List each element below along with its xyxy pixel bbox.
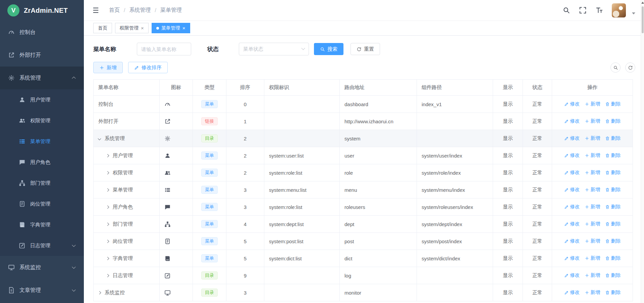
edit-link[interactable]: 修改 — [564, 186, 580, 193]
breadcrumb-item[interactable]: 首页 — [109, 7, 120, 14]
pencil-icon — [564, 187, 569, 192]
sort-value: 3 — [226, 199, 264, 216]
pencil-icon — [564, 205, 569, 209]
sidebar-item-label: 字典管理 — [30, 222, 50, 228]
edit-link[interactable]: 修改 — [564, 255, 580, 261]
close-icon[interactable]: × — [141, 26, 144, 31]
edit-link[interactable]: 修改 — [564, 118, 580, 124]
add-link[interactable]: 新增 — [585, 169, 600, 176]
edit-link[interactable]: 修改 — [564, 152, 580, 159]
add-button[interactable]: 新增 — [93, 62, 123, 73]
edit-link[interactable]: 修改 — [564, 221, 580, 227]
perm-value — [264, 284, 340, 301]
delete-link[interactable]: 删除 — [605, 289, 621, 296]
sidebar-menu: 控制台 外部打开 系统管理 用户管理 权限管理 菜单管理 用户角色 部门管理 岗… — [0, 21, 84, 302]
edit-link[interactable]: 修改 — [564, 135, 580, 141]
perm-value: system:menu:list — [264, 181, 340, 199]
delete-link[interactable]: 删除 — [605, 186, 621, 193]
sidebar-item[interactable]: 外部打开 — [0, 44, 84, 67]
sidebar-item-label: 控制台 — [19, 29, 36, 36]
breadcrumb-item[interactable]: 菜单管理 — [160, 7, 182, 14]
add-link[interactable]: 新增 — [585, 204, 600, 210]
delete-link[interactable]: 删除 — [605, 255, 621, 261]
sidebar-item[interactable]: 岗位管理 — [0, 193, 84, 214]
tab-1[interactable]: 权限管理× — [115, 23, 149, 33]
menu-name: 控制台 — [98, 101, 113, 107]
gauge-icon — [164, 101, 171, 107]
edit-link[interactable]: 修改 — [564, 238, 580, 244]
sidebar-item[interactable]: 文章管理 — [0, 279, 84, 302]
table-search-button[interactable] — [610, 62, 621, 73]
user-avatar[interactable] — [612, 3, 626, 17]
search-icon[interactable] — [562, 6, 570, 14]
edit-link[interactable]: 修改 — [564, 289, 580, 296]
sidebar-item[interactable]: 系统管理 — [0, 67, 84, 89]
sidebar-item[interactable]: 控制台 — [0, 21, 84, 44]
edit-link[interactable]: 修改 — [564, 101, 580, 107]
tab-2[interactable]: 菜单管理× — [152, 23, 190, 33]
plus-icon — [99, 65, 104, 70]
scrollbar-thumb[interactable] — [642, 6, 644, 33]
scrollbar[interactable] — [641, 0, 644, 303]
chevron-right-icon[interactable] — [106, 257, 109, 260]
close-icon[interactable]: × — [182, 26, 185, 31]
sidebar-item[interactable]: 字典管理 — [0, 214, 84, 235]
menu-name-input[interactable] — [137, 43, 191, 55]
add-link[interactable]: 新增 — [585, 135, 600, 141]
edit-link[interactable]: 修改 — [564, 169, 580, 176]
column-header: 排序 — [226, 80, 264, 96]
edit-link[interactable]: 修改 — [564, 272, 580, 278]
sort-button[interactable]: 修改排序 — [128, 62, 168, 73]
add-link[interactable]: 新增 — [585, 272, 600, 278]
chevron-down-icon[interactable] — [632, 12, 635, 14]
delete-link[interactable]: 删除 — [605, 152, 621, 159]
chevron-right-icon[interactable] — [106, 222, 109, 226]
add-link[interactable]: 新增 — [585, 255, 600, 261]
delete-link[interactable]: 删除 — [605, 221, 621, 227]
add-link[interactable]: 新增 — [585, 101, 600, 107]
font-size-icon[interactable] — [595, 6, 603, 14]
tab-0[interactable]: 首页 — [93, 23, 112, 33]
delete-link[interactable]: 删除 — [605, 135, 621, 141]
chevron-down-icon[interactable] — [98, 137, 101, 140]
status-value: 正常 — [523, 113, 552, 130]
tab-label: 首页 — [98, 25, 107, 31]
chevron-right-icon[interactable] — [106, 188, 109, 191]
add-link[interactable]: 新增 — [585, 289, 600, 296]
sidebar-item[interactable]: 部门管理 — [0, 173, 84, 193]
add-link[interactable]: 新增 — [585, 152, 600, 159]
sidebar-item[interactable]: 系统监控 — [0, 256, 84, 279]
sidebar-item[interactable]: 日志管理 — [0, 235, 84, 256]
delete-link[interactable]: 删除 — [605, 272, 621, 278]
sidebar-item[interactable]: 用户角色 — [0, 152, 84, 173]
table-refresh-button[interactable] — [625, 62, 635, 73]
add-link[interactable]: 新增 — [585, 221, 600, 227]
chevron-right-icon[interactable] — [106, 240, 109, 243]
status-value: 正常 — [523, 164, 552, 181]
delete-link[interactable]: 删除 — [605, 101, 621, 107]
add-link[interactable]: 新增 — [585, 118, 600, 124]
delete-link[interactable]: 删除 — [605, 204, 621, 210]
add-link[interactable]: 新增 — [585, 238, 600, 244]
search-button[interactable]: 搜索 — [314, 43, 343, 55]
sidebar-toggle-icon[interactable] — [92, 6, 100, 14]
chevron-right-icon[interactable] — [106, 154, 109, 157]
sidebar-item[interactable]: 菜单管理 — [0, 131, 84, 152]
scroll-up-arrow-icon[interactable] — [641, 2, 644, 4]
sidebar-item[interactable]: 用户管理 — [0, 89, 84, 110]
chevron-right-icon[interactable] — [106, 205, 109, 209]
edit-link[interactable]: 修改 — [564, 204, 580, 210]
status-select[interactable]: 菜单状态 — [239, 43, 309, 55]
chevron-right-icon[interactable] — [106, 274, 109, 277]
sidebar-item[interactable]: 权限管理 — [0, 110, 84, 131]
delete-link[interactable]: 删除 — [605, 238, 621, 244]
reset-button[interactable]: 重置 — [351, 43, 380, 55]
fullscreen-icon[interactable] — [579, 6, 587, 14]
breadcrumb-item[interactable]: 系统管理 — [129, 7, 151, 14]
delete-link[interactable]: 删除 — [605, 118, 621, 124]
chevron-right-icon[interactable] — [106, 171, 109, 174]
app-logo[interactable]: V ZrAdmin.NET — [0, 0, 84, 21]
chevron-right-icon[interactable] — [98, 291, 101, 294]
delete-link[interactable]: 删除 — [605, 169, 621, 176]
add-link[interactable]: 新增 — [585, 186, 600, 193]
